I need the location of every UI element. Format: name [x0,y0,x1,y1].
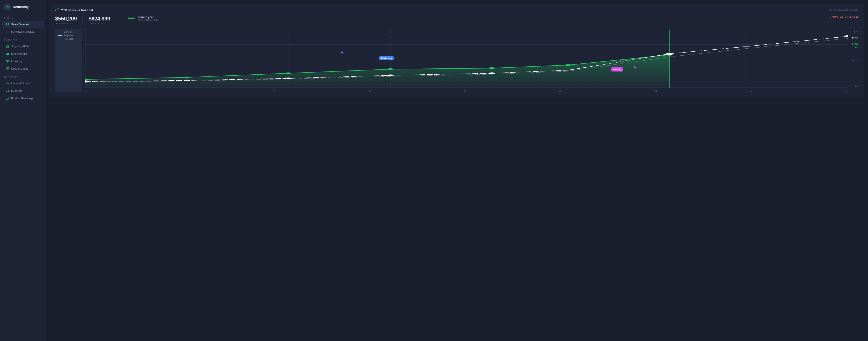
sidebar-label-sales-forecast: Sales Forecast [11,23,29,26]
total-sales-label: Total Sales YTD [55,22,77,25]
section-label-forecasts: Forecasts [0,15,45,21]
forecast-ytd-value: $624,899 [89,16,110,22]
legend-item-projection: Projection [58,34,79,37]
refresh-icon: ↻ [830,9,832,11]
svg-rect-19 [6,97,9,99]
sidebar-label-cost-of-goods: Cost of Goods [11,67,28,70]
section-label-products: Products [0,37,45,42]
last-updated: ↻ Last updated: 2 mins ago [830,9,858,11]
sidebar-label-purchase-forecast: Purchase Forecast [11,30,34,33]
chart-area: $1m $850k $790k est. $500k $0k [85,30,858,92]
dot-proj-7 [743,46,749,47]
tooltip-marketing: Marketing [379,56,394,60]
sidebar-item-inbound-orders[interactable]: Inbound Orders [2,80,43,87]
current-year-dates: Jan 1 - Dec 31 2024 [137,19,158,21]
sidebar-label-product-roadmap: Product Roadmap [11,97,33,100]
arrow-in-icon [6,82,9,85]
y-label-500k: $500k [849,59,858,62]
chart-svg-wrapper [85,30,848,88]
sidebar-item-suppliers[interactable]: Suppliers [2,87,43,94]
logo-icon: ≋ [4,4,11,10]
sidebar-item-sales-forecast[interactable]: Sales Forecast [2,21,43,28]
y-label-790k: $790k [849,42,858,45]
legend-label-projection: Projection [64,34,74,37]
x-label-20: 20 [559,90,561,92]
variance-down-arrow: ↓ [830,16,831,19]
y-label-1m: $1m [849,30,858,33]
dot-proj-5 [489,72,495,74]
current-year-line-indicator [128,18,135,19]
sidebar-item-cost-of-goods[interactable]: Cost of Goods [2,65,43,72]
table-icon [6,67,9,70]
y-label-est: est. [849,46,858,49]
legend-line-current [58,32,62,32]
section-label-operations: Operations [0,74,45,80]
sidebar-item-shipping-kits[interactable]: Shipping Kits [2,50,43,57]
metric-total-sales: $550,209 Total Sales YTD [55,16,83,25]
legend-item-forecast: Forecast [58,38,79,40]
x-label-5: 5 [180,90,181,92]
sidebar-label-shipping-kits: Shipping Kits [11,52,27,55]
svg-point-18 [8,91,8,92]
last-updated-text: Last updated: 2 mins ago [833,9,858,11]
dot-proj-6 [666,53,673,55]
chart-area-wrapper: $1m $850k $790k est. $500k $0k [85,29,858,92]
chart-legend: Current Projection Forecast [55,29,82,92]
sidebar-item-inventory[interactable]: Inventory [2,58,43,65]
x-label-9: 9 [274,90,276,92]
y-label-850k: $850k [849,36,858,39]
svg-rect-1 [8,23,9,24]
total-sales-value: $550,209 [55,16,77,22]
main-content: YTD sales vs forecast ↻ Last updated: 2 … [45,0,868,341]
dot-current-3 [285,72,291,74]
forecast-ytd-label: Forecast YTD [89,22,110,25]
sidebar-item-purchase-forecast[interactable]: Purchase Forecast [2,28,43,35]
legend-label-forecast: Forecast [64,38,73,40]
cursor-marketing-icon: ▶ [340,50,343,55]
svg-rect-5 [8,45,9,46]
dot-current-5 [489,67,495,69]
trend-chart-icon [55,8,59,12]
box-icon [6,60,9,63]
sidebar-label-inbound-orders: Inbound Orders [11,82,30,85]
current-year-info: Current year Jan 1 - Dec 31 2024 [137,16,158,21]
svg-rect-9 [7,53,8,55]
tooltip-trading: Trading [611,67,623,71]
app-name: Demandly [13,5,29,9]
chart-title-row: YTD sales vs forecast [55,8,93,12]
legend-item-current: Current [58,31,79,33]
current-year-label: Current year [137,16,158,19]
dot-current-2 [184,76,190,78]
x-label-24: 24 [654,90,657,92]
svg-rect-2 [6,24,7,25]
sidebar: ≋ Demandly Forecasts Sales Forecast Purc… [0,0,45,341]
chart-header: YTD sales vs forecast ↻ Last updated: 2 … [55,8,858,12]
current-year-block: Current year Jan 1 - Dec 31 2024 [122,16,164,21]
truck-icon [6,89,9,92]
sidebar-item-shipping-skus[interactable]: Shipping SKUs [2,43,43,50]
trend-icon [6,30,9,33]
dot-current-6 [565,64,571,66]
sidebar-item-product-roadmap[interactable]: Product Roadmap [2,95,43,102]
svg-rect-7 [8,46,9,48]
sidebar-label-suppliers: Suppliers [11,89,22,92]
x-axis-labels: 1 5 9 13 17 20 24 27 31 [85,90,848,92]
svg-rect-0 [6,23,7,24]
grid-icon [6,23,9,26]
chart-svg [85,30,848,88]
svg-rect-8 [6,54,7,55]
y-label-0k: $0k [849,85,858,88]
x-label-27: 27 [750,90,752,92]
svg-rect-3 [8,24,9,25]
chart-title: YTD sales vs forecast [61,8,93,12]
grid2-icon [6,44,9,48]
x-label-17: 17 [464,90,466,92]
x-label-13: 13 [369,90,371,92]
metric-forecast-ytd: $624,899 Forecast YTD [89,16,116,25]
legend-line-projection [58,35,62,35]
dot-proj-8 [844,35,848,37]
sidebar-label-shipping-skus: Shipping SKUs [11,45,29,48]
chart-panel: YTD sales vs forecast ↻ Last updated: 2 … [49,4,864,97]
x-label-31: 31 [845,90,847,92]
x-label-1: 1 [86,90,87,92]
